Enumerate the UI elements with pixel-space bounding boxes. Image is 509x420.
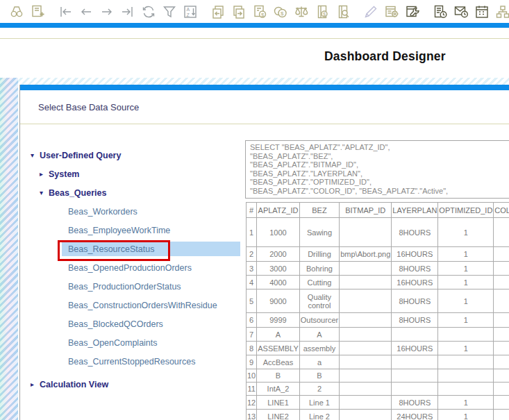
table-cell xyxy=(438,355,494,369)
toolbar-icon-gross-profit[interactable] xyxy=(293,3,310,20)
tree-item-label: User-Defined Query xyxy=(40,151,121,160)
toolbar-icon-find[interactable] xyxy=(8,3,25,20)
triangle-right-icon[interactable]: ▸ xyxy=(31,380,40,388)
toolbar-icon-add-record[interactable] xyxy=(29,3,46,20)
column-header: OPTIMIZED_ID xyxy=(438,203,494,218)
table-cell: Outsourcer xyxy=(299,313,339,328)
toolbar-icon-filter[interactable] xyxy=(161,3,178,20)
table-cell xyxy=(494,383,509,396)
sql-line: "BEAS_APLATZ"."LAYERPLAN", xyxy=(250,169,509,178)
table-cell: 3000 xyxy=(257,262,300,276)
table-cell xyxy=(494,369,509,383)
table-cell: 24HOURS xyxy=(392,410,438,420)
decorative-stripes-top xyxy=(0,78,509,85)
toolbar-icon-message-alert[interactable] xyxy=(453,3,469,20)
tree-item-label: Beas_OpenComplaints xyxy=(68,338,158,348)
toolbar-icon-copy-from[interactable] xyxy=(210,3,226,20)
table-cell: IntA_2 xyxy=(257,383,300,396)
tree-item-beas-blockedqcorders[interactable]: Beas_BlockedQCOrders xyxy=(20,314,249,333)
table-cell xyxy=(494,328,509,342)
toolbar-icon-edit[interactable] xyxy=(362,3,379,20)
tree-item-beas-employeeworktime[interactable]: Beas_EmployeeWorkTime xyxy=(20,221,249,240)
toolbar-icon-base-document[interactable]: $ xyxy=(314,3,331,20)
toolbar-icon-document-find[interactable] xyxy=(335,3,351,20)
toolbar-icon-refresh[interactable] xyxy=(140,3,157,20)
table-row: 12LINE1Line 18HOURS1 xyxy=(247,396,509,410)
triangle-down-icon[interactable]: ▾ xyxy=(31,151,40,159)
dashboard-designer-window: AZ$$$ Dashboard Designer Select Base Dat… xyxy=(0,0,509,420)
table-row: 33000Bohring8HOURS1 xyxy=(247,262,509,276)
table-cell xyxy=(494,289,509,313)
toolbar-icon-calendar[interactable] xyxy=(474,3,490,20)
svg-text:$: $ xyxy=(281,10,284,17)
table-row: 11IntA_22 xyxy=(247,383,509,396)
table-cell: 5 xyxy=(247,289,257,313)
tree-item-label: Beas_CurrentStoppedResources xyxy=(68,357,195,367)
toolbar-icon-org-chart[interactable] xyxy=(494,3,509,20)
sql-line: "BEAS_APLATZ"."COLOR_ID", "BEAS_APLATZ".… xyxy=(250,187,509,196)
table-cell: B xyxy=(257,369,300,383)
tree-item-beas-queries[interactable]: ▾Beas_Queries xyxy=(20,183,249,202)
table-cell: 16HOURS xyxy=(392,342,438,355)
tree-item-label: Beas_BlockedQCOrders xyxy=(68,319,163,329)
sql-line: "BEAS_APLATZ"."BITMAP_ID", xyxy=(250,160,509,169)
tree-item-beas-currentstoppedresources[interactable]: Beas_CurrentStoppedResources xyxy=(20,352,249,371)
tree-item-beas-opencomplaints[interactable]: Beas_OpenComplaints xyxy=(20,333,249,352)
table-cell: 8HOURS xyxy=(392,218,438,247)
toolbar-icon-payment-means[interactable]: $ xyxy=(272,3,289,20)
table-cell: A xyxy=(299,328,339,342)
toolbar-icon-form-tools[interactable] xyxy=(404,3,421,20)
tree-item-beas-workorders[interactable]: Beas_Workorders xyxy=(20,202,249,221)
sql-line: SELECT "BEAS_APLATZ"."APLATZ_ID", xyxy=(250,143,509,152)
svg-text:A: A xyxy=(187,7,190,12)
tree-item-label: Calculation View xyxy=(40,380,108,389)
column-header: COLOR_ID xyxy=(494,203,509,218)
table-cell: 11 xyxy=(247,383,257,396)
toolbar-icon-next-record[interactable] xyxy=(99,3,115,20)
tree-item-user-defined-query[interactable]: ▾User-Defined Query xyxy=(20,146,249,165)
decorative-stripes-left xyxy=(0,78,18,420)
table-cell xyxy=(494,262,509,276)
table-cell xyxy=(340,289,392,313)
toolbar-icon-document-payment[interactable]: $ xyxy=(251,3,268,20)
tree-item-calculation-view[interactable]: ▸Calculation View xyxy=(20,375,249,394)
triangle-down-icon[interactable]: ▾ xyxy=(40,189,49,196)
table-cell xyxy=(494,410,509,420)
tree-item-label: Beas_ProductionOrderStatus xyxy=(68,282,181,292)
toolbar-icon-previous-record[interactable] xyxy=(78,3,94,20)
tree-item-beas-productionorderstatus[interactable]: Beas_ProductionOrderStatus xyxy=(20,277,249,296)
table-row: 69999Outsourcer8HOURS1 xyxy=(247,313,509,328)
toolbar-icon-first-record[interactable] xyxy=(57,3,74,20)
tree-item-label: Beas_Queries xyxy=(49,188,106,198)
table-cell xyxy=(340,262,392,276)
column-header: # xyxy=(247,203,257,218)
tree-item-beas-openedproductionorders[interactable]: Beas_OpenedProductionOrders xyxy=(20,258,249,277)
table-row: 59000Quality control8HOURS1 xyxy=(247,289,509,313)
table-cell xyxy=(494,355,509,369)
table-row: 11000Sawing8HOURS1 xyxy=(247,218,509,247)
annotation-highlight-box xyxy=(58,240,170,261)
toolbar-icon-last-record[interactable] xyxy=(119,3,136,20)
toolbar-icon-form-settings[interactable] xyxy=(383,3,400,20)
panel-divider xyxy=(20,124,509,124)
table-cell xyxy=(340,369,392,383)
table-cell: AccBeas xyxy=(257,355,300,369)
column-header: BEZ xyxy=(299,203,339,218)
header-blue-divider xyxy=(0,23,509,28)
table-cell xyxy=(340,396,392,410)
table-cell xyxy=(392,355,438,369)
toolbar-icon-approval-status[interactable] xyxy=(432,3,449,20)
data-source-tree: ▾User-Defined Query▸System▾Beas_QueriesB… xyxy=(20,146,249,394)
tree-item-beas-constructionorderswithresidue[interactable]: Beas_ConstructionOrdersWithResidue xyxy=(20,296,249,314)
sql-line: "BEAS_APLATZ"."BEZ", xyxy=(250,152,509,161)
toolbar-icon-sort[interactable]: AZ xyxy=(182,3,199,20)
table-cell: 1 xyxy=(438,396,494,410)
table-cell xyxy=(340,218,392,247)
toolbar-icon-copy-to[interactable] xyxy=(231,3,247,20)
table-cell: 1 xyxy=(438,410,494,420)
table-cell: 7 xyxy=(247,328,257,342)
table-cell xyxy=(438,383,494,396)
table-cell: 9999 xyxy=(257,313,300,328)
tree-item-system[interactable]: ▸System xyxy=(20,165,249,183)
triangle-right-icon[interactable]: ▸ xyxy=(40,170,49,178)
